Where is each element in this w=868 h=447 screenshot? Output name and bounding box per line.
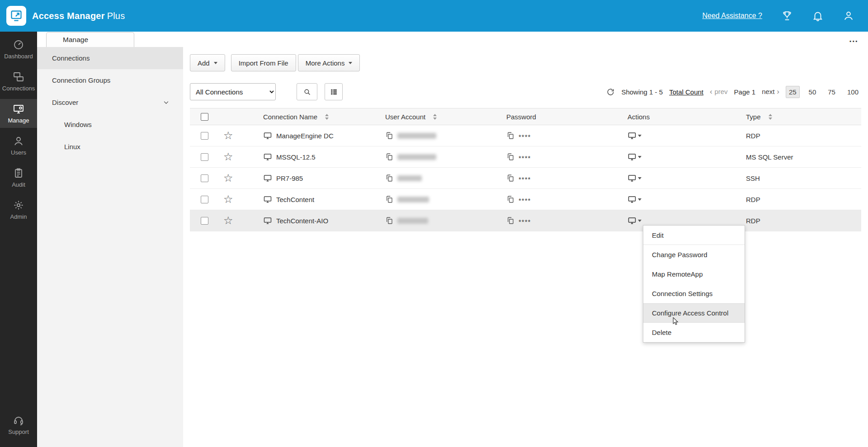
subnav-item-discover[interactable]: Discover xyxy=(37,91,183,113)
column-header-connection-name[interactable]: Connection Name xyxy=(253,113,375,121)
sidebar-item-support[interactable]: Support xyxy=(0,410,37,439)
row-checkbox[interactable] xyxy=(201,217,208,225)
copy-icon[interactable] xyxy=(385,216,393,225)
search-icon xyxy=(303,88,311,96)
refresh-icon[interactable] xyxy=(606,88,615,96)
connection-filter-select[interactable]: All Connections xyxy=(190,83,276,100)
menu-item-change-password[interactable]: Change Password xyxy=(643,245,745,264)
subnav-item-windows[interactable]: Windows xyxy=(37,113,183,136)
sort-icon[interactable] xyxy=(769,114,772,120)
row-actions-button-open[interactable] xyxy=(627,216,642,225)
column-header-type[interactable]: Type xyxy=(736,113,861,121)
select-all-checkbox[interactable] xyxy=(201,113,208,121)
copy-icon[interactable] xyxy=(385,153,393,161)
more-actions-label: More Actions xyxy=(306,59,345,67)
sidebar-item-connections[interactable]: Connections xyxy=(0,67,37,96)
chevron-down-icon xyxy=(638,156,642,158)
filter-bar: All Connections Showing 1 - 5 Total Coun… xyxy=(190,83,861,100)
sidebar-item-audit[interactable]: Audit xyxy=(0,163,37,192)
menu-item-edit[interactable]: Edit xyxy=(643,226,745,245)
row-actions-button[interactable] xyxy=(627,153,642,161)
row-actions-button[interactable] xyxy=(627,174,642,182)
chevron-left-icon: ‹ xyxy=(710,87,714,96)
connection-name[interactable]: TechContent xyxy=(276,196,314,203)
copy-icon[interactable] xyxy=(385,174,393,182)
sort-icon[interactable] xyxy=(325,114,329,120)
sidebar-item-admin[interactable]: Admin xyxy=(0,195,37,224)
app-logo[interactable] xyxy=(6,6,26,26)
connection-name[interactable]: MSSQL-12.5 xyxy=(276,153,316,161)
connection-type: SSH xyxy=(746,174,760,182)
more-actions-button[interactable]: More Actions xyxy=(298,54,360,71)
overflow-menu-icon[interactable]: ... xyxy=(849,33,858,45)
star-icon[interactable]: ☆ xyxy=(217,129,233,141)
row-actions-button[interactable] xyxy=(627,132,642,140)
star-icon[interactable]: ☆ xyxy=(217,151,233,163)
topbar-actions: Need Assistance ? xyxy=(702,10,854,22)
import-from-file-button[interactable]: Import From File xyxy=(231,54,296,71)
copy-icon[interactable] xyxy=(506,216,514,225)
tab-strip: Manage ... xyxy=(37,32,868,47)
menu-item-configure-access-control[interactable]: Configure Access Control xyxy=(643,303,745,323)
user-icon[interactable] xyxy=(843,10,854,22)
subnav-item-connections[interactable]: Connections xyxy=(37,47,183,69)
password-mask: **** xyxy=(519,152,531,162)
search-button[interactable] xyxy=(297,83,317,100)
star-icon[interactable]: ☆ xyxy=(217,172,233,184)
menu-item-delete[interactable]: Delete xyxy=(643,323,745,342)
monitor-icon xyxy=(263,132,272,140)
sidebar-item-users[interactable]: Users xyxy=(0,131,37,160)
page-size-75[interactable]: 75 xyxy=(825,86,838,98)
sidebar-item-dashboard[interactable]: Dashboard xyxy=(0,35,37,64)
connection-name[interactable]: ManageEngine DC xyxy=(276,132,334,140)
menu-item-connection-settings[interactable]: Connection Settings xyxy=(643,284,745,303)
monitor-icon xyxy=(627,195,637,203)
need-assistance-link[interactable]: Need Assistance ? xyxy=(702,12,762,20)
copy-icon[interactable] xyxy=(506,132,514,140)
primary-sidebar: Dashboard Connections Manage Users Audit… xyxy=(0,32,37,447)
sort-icon[interactable] xyxy=(433,114,437,120)
subnav-item-linux[interactable]: Linux xyxy=(37,136,183,158)
connection-name[interactable]: PR7-985 xyxy=(276,174,303,182)
bell-icon[interactable] xyxy=(812,10,824,22)
connection-name[interactable]: TechContent-AIO xyxy=(276,217,328,225)
subnav-item-connection-groups[interactable]: Connection Groups xyxy=(37,69,183,91)
sidebar-item-label: Users xyxy=(11,149,26,156)
copy-icon[interactable] xyxy=(385,132,393,140)
manage-icon xyxy=(13,104,24,114)
page-size-100[interactable]: 100 xyxy=(844,86,861,98)
copy-icon[interactable] xyxy=(385,195,393,203)
row-checkbox[interactable] xyxy=(201,174,208,182)
row-checkbox[interactable] xyxy=(201,196,208,203)
tab-manage[interactable]: Manage xyxy=(46,32,134,47)
password-mask: **** xyxy=(519,194,531,204)
row-actions-button[interactable] xyxy=(627,195,642,203)
column-header-password: Password xyxy=(496,113,618,121)
page-size-50[interactable]: 50 xyxy=(806,86,819,98)
sidebar-item-manage[interactable]: Manage xyxy=(0,99,37,128)
copy-icon[interactable] xyxy=(506,195,514,203)
password-mask: **** xyxy=(519,131,531,141)
prev-page-button[interactable]: ‹ prev xyxy=(710,87,728,96)
copy-icon[interactable] xyxy=(506,174,514,182)
tab-label: Manage xyxy=(63,36,88,44)
trophy-icon[interactable] xyxy=(781,10,793,22)
sidebar-item-label: Manage xyxy=(8,117,29,124)
add-button[interactable]: Add xyxy=(190,54,225,71)
star-icon[interactable]: ☆ xyxy=(217,214,233,226)
monitor-icon xyxy=(263,195,272,203)
copy-icon[interactable] xyxy=(506,153,514,161)
column-header-user-account[interactable]: User Account xyxy=(375,113,496,121)
column-view-button[interactable] xyxy=(325,83,343,100)
total-count-link[interactable]: Total Count xyxy=(669,88,703,96)
star-icon[interactable]: ☆ xyxy=(217,193,233,205)
row-checkbox[interactable] xyxy=(201,132,208,140)
table-row: ☆ TechContent **** RDP xyxy=(190,189,861,210)
row-checkbox[interactable] xyxy=(201,153,208,161)
app-name: Access Manager xyxy=(32,11,105,21)
page-size-25[interactable]: 25 xyxy=(786,86,800,98)
next-page-button[interactable]: next › xyxy=(762,87,779,96)
menu-item-map-remoteapp[interactable]: Map RemoteApp xyxy=(643,264,745,284)
column-header-actions: Actions xyxy=(618,113,736,121)
connection-type: RDP xyxy=(746,132,760,140)
